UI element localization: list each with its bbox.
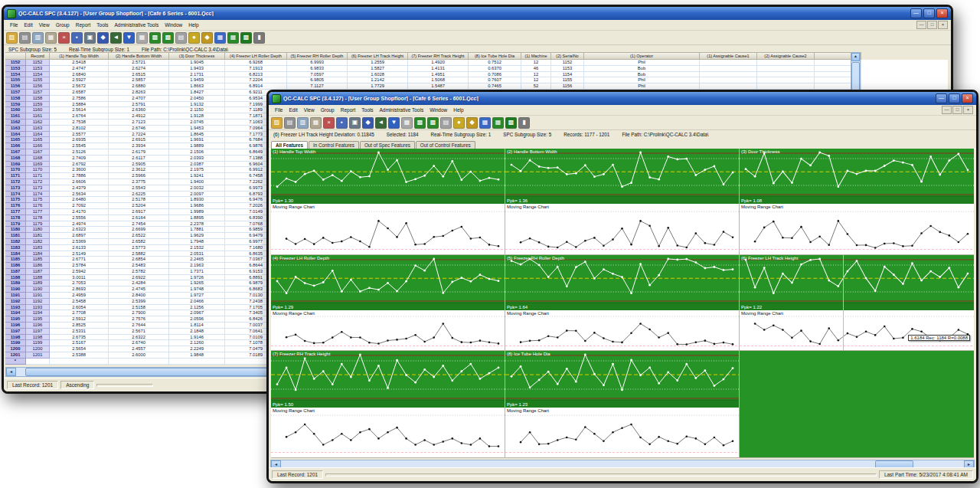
menu-group[interactable]: Group xyxy=(318,107,338,113)
row-header[interactable]: 1154 xyxy=(5,72,26,78)
table-cell[interactable]: 1.5487 xyxy=(408,84,469,90)
table-cell[interactable]: 0.7512 xyxy=(469,60,521,66)
table-cell[interactable]: 7.1913 xyxy=(225,66,287,72)
table-cell[interactable]: 2.5942 xyxy=(50,269,109,275)
table-cell[interactable]: 2.6897 xyxy=(50,233,109,239)
table-cell[interactable]: 2.3600 xyxy=(50,167,109,173)
column-header[interactable]: (1) Machine xyxy=(521,52,551,60)
column-header[interactable]: (1) Assignable Cause1 xyxy=(700,52,757,60)
table-cell[interactable]: 2.1731 xyxy=(169,72,225,78)
new-row-marker[interactable]: * xyxy=(5,359,26,365)
mr-chart-svg[interactable] xyxy=(740,310,974,349)
row-header[interactable]: 1158 xyxy=(5,96,26,102)
spc-chart-cell[interactable]: (2) Handle Bottom WidthPpk= 1.36Moving R… xyxy=(505,149,739,254)
menu-tools[interactable]: Tools xyxy=(358,107,376,113)
table-cell[interactable]: 1184 xyxy=(26,251,50,257)
xbar-chart-svg[interactable] xyxy=(740,255,974,310)
table-cell[interactable]: 2.5791 xyxy=(109,102,169,108)
table-cell[interactable]: 2.6164 xyxy=(109,215,169,221)
table-cell[interactable]: 1.7729 xyxy=(348,84,408,90)
table-cell[interactable]: 2.7053 xyxy=(50,280,109,287)
table-cell[interactable]: 2.0466 xyxy=(169,299,225,305)
row-header[interactable]: 1184 xyxy=(5,251,26,257)
table-cell[interactable]: Bob xyxy=(584,72,700,78)
table-cell[interactable]: 1197 xyxy=(26,329,50,335)
table-cell[interactable]: 1.2142 xyxy=(348,77,408,84)
notes-icon[interactable]: ● xyxy=(453,117,465,129)
table-cell[interactable]: 2.5882 xyxy=(109,251,169,257)
table-cell[interactable]: 2.7644 xyxy=(109,323,169,329)
table-cell[interactable]: 6.9268 xyxy=(225,60,287,66)
table-cell[interactable]: 2.5654 xyxy=(50,346,109,352)
table-cell[interactable]: 1.8114 xyxy=(169,323,225,329)
table-cell[interactable]: 2.5784 xyxy=(50,263,109,269)
table-cell[interactable]: 1169 xyxy=(26,162,50,168)
table-cell[interactable]: 1172 xyxy=(26,179,50,185)
table-cell[interactable]: 2.7092 xyxy=(50,203,109,209)
table-cell[interactable]: 2.6515 xyxy=(109,72,169,78)
xbar-chart-svg[interactable] xyxy=(505,149,739,204)
pin-icon[interactable]: ▪ xyxy=(336,117,348,129)
notes-icon[interactable]: ● xyxy=(188,32,200,44)
table-cell[interactable]: 2.5782 xyxy=(109,269,169,275)
table-cell[interactable]: 2.6917 xyxy=(109,209,169,215)
table-cell[interactable]: 2.6740 xyxy=(109,340,169,346)
table-cell[interactable]: 2.5912 xyxy=(50,316,109,323)
table-cell[interactable]: 1.7948 xyxy=(169,239,225,245)
table-cell[interactable]: 2.5556 xyxy=(50,215,109,221)
table-cell[interactable]: 2.5483 xyxy=(109,263,169,269)
excel-icon[interactable]: ▩ xyxy=(240,32,252,44)
table-cell[interactable]: 1.9989 xyxy=(169,209,225,215)
table-cell[interactable]: 1.9748 xyxy=(169,287,225,293)
table-cell[interactable]: 2.5884 xyxy=(50,102,109,108)
grid-icon[interactable]: ▦ xyxy=(136,32,148,44)
table-cell[interactable]: 2.1848 xyxy=(169,329,225,335)
table-cell[interactable]: 1.5827 xyxy=(348,66,408,72)
usb-icon[interactable]: ▮ xyxy=(518,117,530,129)
table-cell[interactable]: 2.5545 xyxy=(50,143,109,149)
mr-chart-svg[interactable] xyxy=(271,204,505,253)
print-preview-icon[interactable]: ▣ xyxy=(84,32,96,44)
table-cell[interactable]: 1.9889 xyxy=(169,143,225,149)
copy-icon[interactable]: ▥ xyxy=(32,32,44,44)
table-cell[interactable]: 2.8400 xyxy=(109,293,169,299)
table-cell[interactable]: 1.9459 xyxy=(169,77,225,84)
table-cell[interactable]: 1162 xyxy=(26,120,50,126)
row-header[interactable]: 1171 xyxy=(5,173,26,179)
table-cell[interactable]: 1201 xyxy=(26,352,50,359)
row-header[interactable]: 1194 xyxy=(5,310,26,316)
cut-icon[interactable]: × xyxy=(58,32,70,44)
table-cell[interactable]: 1164 xyxy=(26,132,50,138)
table-cell[interactable]: 2.6360 xyxy=(109,107,169,113)
table-cell[interactable]: 2.6746 xyxy=(109,126,169,132)
table-cell[interactable]: 2.4974 xyxy=(50,221,109,228)
mr-chart-svg[interactable] xyxy=(271,310,505,349)
table-cell[interactable]: 2.2465 xyxy=(169,257,225,263)
menu-view[interactable]: View xyxy=(36,22,53,28)
table-cell[interactable]: 46 xyxy=(521,66,551,72)
table-cell[interactable]: 2.8693 xyxy=(50,287,109,293)
table-cell[interactable]: 2.6935 xyxy=(50,137,109,143)
table-cell[interactable]: 2.7538 xyxy=(50,120,109,126)
row-header[interactable]: 1163 xyxy=(5,126,26,132)
table-cell[interactable]: 2.5388 xyxy=(50,352,109,359)
row-header[interactable]: 1174 xyxy=(5,192,26,198)
table-cell[interactable]: 2.7123 xyxy=(109,120,169,126)
xbar-chart-svg[interactable] xyxy=(271,351,505,408)
table-cell[interactable]: 2.0450 xyxy=(169,96,225,102)
table-cell[interactable]: 2.4284 xyxy=(109,280,169,287)
table-cell[interactable]: 2.6854 xyxy=(109,257,169,263)
row-header[interactable]: 1199 xyxy=(5,340,26,346)
table-cell[interactable] xyxy=(757,60,815,66)
table-cell[interactable]: 2.0097 xyxy=(169,192,225,198)
table-cell[interactable]: 2.7586 xyxy=(50,96,109,102)
table-cell[interactable] xyxy=(169,359,225,365)
chart-icon[interactable]: ▩ xyxy=(427,117,439,129)
close-button[interactable]: × xyxy=(936,8,948,18)
table-cell[interactable]: 7.2204 xyxy=(225,77,287,84)
table-cell[interactable]: 1160 xyxy=(26,107,50,113)
table-cell[interactable]: 1171 xyxy=(26,173,50,179)
table-cell[interactable]: 2.0745 xyxy=(169,120,225,126)
table-cell[interactable]: 1.2559 xyxy=(348,60,408,66)
table-cell[interactable]: 3.0011 xyxy=(50,275,109,281)
